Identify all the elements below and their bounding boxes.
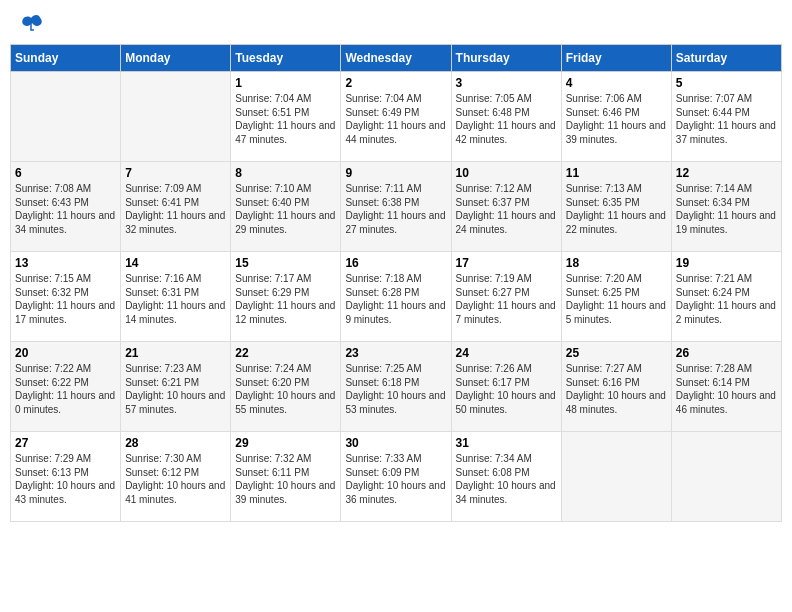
day-number: 28 [125, 436, 226, 450]
day-number: 5 [676, 76, 777, 90]
calendar-cell: 14Sunrise: 7:16 AMSunset: 6:31 PMDayligh… [121, 252, 231, 342]
day-info: Sunrise: 7:21 AMSunset: 6:24 PMDaylight:… [676, 272, 777, 326]
calendar-week-row: 6Sunrise: 7:08 AMSunset: 6:43 PMDaylight… [11, 162, 782, 252]
day-number: 18 [566, 256, 667, 270]
calendar-cell: 22Sunrise: 7:24 AMSunset: 6:20 PMDayligh… [231, 342, 341, 432]
calendar-cell: 8Sunrise: 7:10 AMSunset: 6:40 PMDaylight… [231, 162, 341, 252]
day-info: Sunrise: 7:12 AMSunset: 6:37 PMDaylight:… [456, 182, 557, 236]
calendar-cell: 29Sunrise: 7:32 AMSunset: 6:11 PMDayligh… [231, 432, 341, 522]
weekday-header-tuesday: Tuesday [231, 45, 341, 72]
calendar-cell: 9Sunrise: 7:11 AMSunset: 6:38 PMDaylight… [341, 162, 451, 252]
day-number: 31 [456, 436, 557, 450]
day-info: Sunrise: 7:18 AMSunset: 6:28 PMDaylight:… [345, 272, 446, 326]
calendar-cell: 21Sunrise: 7:23 AMSunset: 6:21 PMDayligh… [121, 342, 231, 432]
day-number: 27 [15, 436, 116, 450]
calendar-week-row: 1Sunrise: 7:04 AMSunset: 6:51 PMDaylight… [11, 72, 782, 162]
day-number: 25 [566, 346, 667, 360]
day-number: 21 [125, 346, 226, 360]
day-info: Sunrise: 7:17 AMSunset: 6:29 PMDaylight:… [235, 272, 336, 326]
calendar-cell: 2Sunrise: 7:04 AMSunset: 6:49 PMDaylight… [341, 72, 451, 162]
day-info: Sunrise: 7:29 AMSunset: 6:13 PMDaylight:… [15, 452, 116, 506]
calendar-cell [121, 72, 231, 162]
calendar-cell: 16Sunrise: 7:18 AMSunset: 6:28 PMDayligh… [341, 252, 451, 342]
calendar-cell: 12Sunrise: 7:14 AMSunset: 6:34 PMDayligh… [671, 162, 781, 252]
calendar-cell: 25Sunrise: 7:27 AMSunset: 6:16 PMDayligh… [561, 342, 671, 432]
day-number: 10 [456, 166, 557, 180]
calendar-cell: 3Sunrise: 7:05 AMSunset: 6:48 PMDaylight… [451, 72, 561, 162]
day-number: 3 [456, 76, 557, 90]
day-info: Sunrise: 7:24 AMSunset: 6:20 PMDaylight:… [235, 362, 336, 416]
calendar-cell: 4Sunrise: 7:06 AMSunset: 6:46 PMDaylight… [561, 72, 671, 162]
calendar-cell: 15Sunrise: 7:17 AMSunset: 6:29 PMDayligh… [231, 252, 341, 342]
day-info: Sunrise: 7:04 AMSunset: 6:49 PMDaylight:… [345, 92, 446, 146]
calendar-cell: 5Sunrise: 7:07 AMSunset: 6:44 PMDaylight… [671, 72, 781, 162]
day-info: Sunrise: 7:26 AMSunset: 6:17 PMDaylight:… [456, 362, 557, 416]
day-number: 16 [345, 256, 446, 270]
weekday-header-sunday: Sunday [11, 45, 121, 72]
weekday-header-thursday: Thursday [451, 45, 561, 72]
day-number: 23 [345, 346, 446, 360]
day-info: Sunrise: 7:09 AMSunset: 6:41 PMDaylight:… [125, 182, 226, 236]
calendar-cell: 26Sunrise: 7:28 AMSunset: 6:14 PMDayligh… [671, 342, 781, 432]
calendar-week-row: 13Sunrise: 7:15 AMSunset: 6:32 PMDayligh… [11, 252, 782, 342]
day-number: 26 [676, 346, 777, 360]
calendar-cell: 20Sunrise: 7:22 AMSunset: 6:22 PMDayligh… [11, 342, 121, 432]
calendar-cell: 30Sunrise: 7:33 AMSunset: 6:09 PMDayligh… [341, 432, 451, 522]
calendar-cell: 17Sunrise: 7:19 AMSunset: 6:27 PMDayligh… [451, 252, 561, 342]
day-number: 19 [676, 256, 777, 270]
day-info: Sunrise: 7:05 AMSunset: 6:48 PMDaylight:… [456, 92, 557, 146]
day-info: Sunrise: 7:34 AMSunset: 6:08 PMDaylight:… [456, 452, 557, 506]
day-info: Sunrise: 7:08 AMSunset: 6:43 PMDaylight:… [15, 182, 116, 236]
page-header [10, 10, 782, 36]
day-number: 9 [345, 166, 446, 180]
day-info: Sunrise: 7:27 AMSunset: 6:16 PMDaylight:… [566, 362, 667, 416]
day-number: 20 [15, 346, 116, 360]
calendar-cell: 19Sunrise: 7:21 AMSunset: 6:24 PMDayligh… [671, 252, 781, 342]
calendar-cell: 31Sunrise: 7:34 AMSunset: 6:08 PMDayligh… [451, 432, 561, 522]
calendar-cell: 24Sunrise: 7:26 AMSunset: 6:17 PMDayligh… [451, 342, 561, 432]
calendar-cell: 18Sunrise: 7:20 AMSunset: 6:25 PMDayligh… [561, 252, 671, 342]
weekday-header-friday: Friday [561, 45, 671, 72]
calendar-cell: 7Sunrise: 7:09 AMSunset: 6:41 PMDaylight… [121, 162, 231, 252]
day-info: Sunrise: 7:06 AMSunset: 6:46 PMDaylight:… [566, 92, 667, 146]
day-number: 22 [235, 346, 336, 360]
calendar-table: SundayMondayTuesdayWednesdayThursdayFrid… [10, 44, 782, 522]
day-info: Sunrise: 7:23 AMSunset: 6:21 PMDaylight:… [125, 362, 226, 416]
day-info: Sunrise: 7:14 AMSunset: 6:34 PMDaylight:… [676, 182, 777, 236]
calendar-cell: 11Sunrise: 7:13 AMSunset: 6:35 PMDayligh… [561, 162, 671, 252]
calendar-cell [11, 72, 121, 162]
day-number: 15 [235, 256, 336, 270]
day-number: 29 [235, 436, 336, 450]
calendar-header-row: SundayMondayTuesdayWednesdayThursdayFrid… [11, 45, 782, 72]
day-info: Sunrise: 7:30 AMSunset: 6:12 PMDaylight:… [125, 452, 226, 506]
day-info: Sunrise: 7:22 AMSunset: 6:22 PMDaylight:… [15, 362, 116, 416]
day-info: Sunrise: 7:20 AMSunset: 6:25 PMDaylight:… [566, 272, 667, 326]
day-info: Sunrise: 7:25 AMSunset: 6:18 PMDaylight:… [345, 362, 446, 416]
calendar-cell: 27Sunrise: 7:29 AMSunset: 6:13 PMDayligh… [11, 432, 121, 522]
day-number: 24 [456, 346, 557, 360]
calendar-cell: 1Sunrise: 7:04 AMSunset: 6:51 PMDaylight… [231, 72, 341, 162]
day-number: 30 [345, 436, 446, 450]
day-number: 17 [456, 256, 557, 270]
calendar-cell: 6Sunrise: 7:08 AMSunset: 6:43 PMDaylight… [11, 162, 121, 252]
day-info: Sunrise: 7:04 AMSunset: 6:51 PMDaylight:… [235, 92, 336, 146]
calendar-week-row: 27Sunrise: 7:29 AMSunset: 6:13 PMDayligh… [11, 432, 782, 522]
weekday-header-wednesday: Wednesday [341, 45, 451, 72]
day-info: Sunrise: 7:15 AMSunset: 6:32 PMDaylight:… [15, 272, 116, 326]
weekday-header-saturday: Saturday [671, 45, 781, 72]
day-number: 14 [125, 256, 226, 270]
day-number: 1 [235, 76, 336, 90]
logo [18, 14, 43, 32]
calendar-cell [671, 432, 781, 522]
calendar-cell [561, 432, 671, 522]
day-info: Sunrise: 7:33 AMSunset: 6:09 PMDaylight:… [345, 452, 446, 506]
weekday-header-monday: Monday [121, 45, 231, 72]
calendar-cell: 28Sunrise: 7:30 AMSunset: 6:12 PMDayligh… [121, 432, 231, 522]
day-info: Sunrise: 7:13 AMSunset: 6:35 PMDaylight:… [566, 182, 667, 236]
day-info: Sunrise: 7:10 AMSunset: 6:40 PMDaylight:… [235, 182, 336, 236]
calendar-cell: 13Sunrise: 7:15 AMSunset: 6:32 PMDayligh… [11, 252, 121, 342]
day-info: Sunrise: 7:16 AMSunset: 6:31 PMDaylight:… [125, 272, 226, 326]
day-info: Sunrise: 7:32 AMSunset: 6:11 PMDaylight:… [235, 452, 336, 506]
calendar-cell: 23Sunrise: 7:25 AMSunset: 6:18 PMDayligh… [341, 342, 451, 432]
logo-bird-icon [21, 14, 43, 32]
